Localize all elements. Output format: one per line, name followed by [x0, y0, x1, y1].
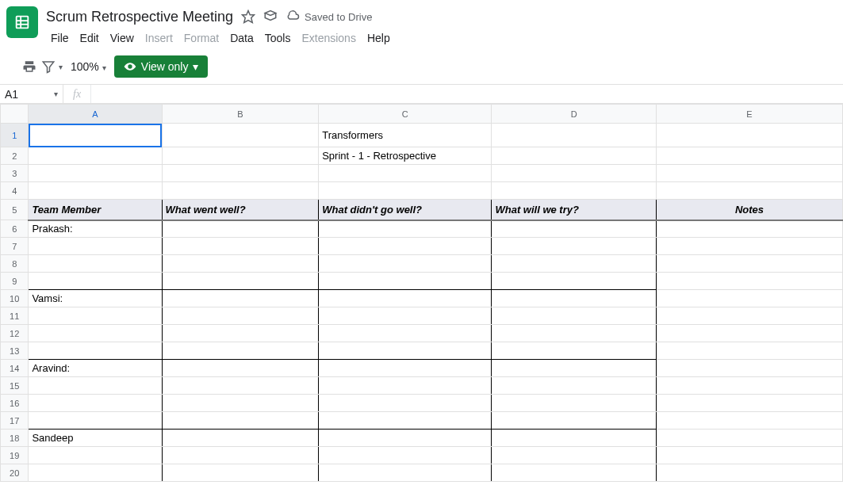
menu-help[interactable]: Help	[362, 29, 395, 48]
cell-D11[interactable]	[492, 307, 657, 325]
row-header-20[interactable]: 20	[1, 464, 29, 482]
cell-B3[interactable]	[162, 165, 319, 182]
cell-B7[interactable]	[162, 238, 319, 255]
cell-B5[interactable]: What went well?	[162, 200, 319, 220]
cell-C14[interactable]	[319, 360, 492, 377]
cell-D12[interactable]	[492, 325, 657, 342]
sheets-logo[interactable]	[6, 6, 38, 38]
cell-D14[interactable]	[492, 360, 657, 377]
cell-A9[interactable]	[29, 273, 162, 290]
cell-C6[interactable]	[319, 220, 492, 238]
print-icon[interactable]	[22, 59, 36, 74]
cell-E5[interactable]: Notes	[656, 200, 842, 220]
view-only-button[interactable]: View only ▾	[114, 55, 209, 78]
cell-B20[interactable]	[162, 464, 319, 482]
cell-B10[interactable]	[162, 290, 319, 307]
cell-A6[interactable]: Prakash:	[29, 220, 162, 238]
cell-E10[interactable]	[656, 290, 842, 307]
name-box[interactable]: A1 ▾	[0, 85, 63, 103]
cloud-status[interactable]: Saved to Drive	[285, 10, 372, 24]
cell-C5[interactable]: What didn't go well?	[319, 200, 492, 220]
cell-E12[interactable]	[656, 325, 842, 342]
cell-C4[interactable]	[319, 182, 492, 200]
row-header-7[interactable]: 7	[1, 238, 29, 255]
cell-E1[interactable]	[656, 124, 842, 147]
cell-C12[interactable]	[319, 325, 492, 342]
cell-C3[interactable]	[319, 165, 492, 182]
menu-tools[interactable]: Tools	[260, 29, 296, 48]
cell-B14[interactable]	[162, 360, 319, 377]
cell-A12[interactable]	[29, 325, 162, 342]
move-icon[interactable]	[263, 10, 278, 24]
menu-view[interactable]: View	[105, 29, 139, 48]
cell-D1[interactable]	[492, 124, 657, 147]
cell-C9[interactable]	[319, 273, 492, 290]
cell-D2[interactable]	[492, 147, 657, 165]
cell-D17[interactable]	[492, 412, 657, 430]
cell-A1[interactable]	[29, 124, 162, 147]
row-header-8[interactable]: 8	[1, 255, 29, 273]
cell-E19[interactable]	[656, 447, 842, 464]
cell-B15[interactable]	[162, 377, 319, 395]
row-header-4[interactable]: 4	[1, 182, 29, 200]
cell-A11[interactable]	[29, 307, 162, 325]
cell-D10[interactable]	[492, 290, 657, 307]
cell-D7[interactable]	[492, 238, 657, 255]
cell-B1[interactable]	[162, 124, 319, 147]
cell-E17[interactable]	[656, 412, 842, 430]
cell-B16[interactable]	[162, 395, 319, 412]
zoom-selector[interactable]: 100%▾	[71, 60, 106, 73]
cell-A18[interactable]: Sandeep	[29, 430, 162, 447]
star-icon[interactable]	[241, 10, 255, 24]
cell-C18[interactable]	[319, 430, 492, 447]
cell-E8[interactable]	[656, 255, 842, 273]
cell-A17[interactable]	[29, 412, 162, 430]
spreadsheet-grid[interactable]: ABCDE1Transformers2Sprint - 1 - Retrospe…	[0, 104, 843, 482]
cell-C20[interactable]	[319, 464, 492, 482]
cell-C11[interactable]	[319, 307, 492, 325]
cell-B9[interactable]	[162, 273, 319, 290]
cell-D9[interactable]	[492, 273, 657, 290]
menu-insert[interactable]: Insert	[140, 29, 178, 48]
cell-B19[interactable]	[162, 447, 319, 464]
cell-E2[interactable]	[656, 147, 842, 165]
cell-C1[interactable]: Transformers	[319, 124, 492, 147]
cell-D18[interactable]	[492, 430, 657, 447]
cell-A19[interactable]	[29, 447, 162, 464]
row-header-15[interactable]: 15	[1, 377, 29, 395]
col-header-C[interactable]: C	[319, 105, 492, 124]
filter-icon[interactable]: ▾	[41, 59, 63, 74]
cell-B8[interactable]	[162, 255, 319, 273]
col-header-D[interactable]: D	[492, 105, 657, 124]
row-header-6[interactable]: 6	[1, 220, 29, 238]
cell-C2[interactable]: Sprint - 1 - Retrospective	[319, 147, 492, 165]
cell-C17[interactable]	[319, 412, 492, 430]
cell-D8[interactable]	[492, 255, 657, 273]
cell-E16[interactable]	[656, 395, 842, 412]
select-all-corner[interactable]	[1, 105, 29, 124]
cell-C16[interactable]	[319, 395, 492, 412]
cell-A20[interactable]	[29, 464, 162, 482]
cell-C19[interactable]	[319, 447, 492, 464]
menu-format[interactable]: Format	[179, 29, 224, 48]
cell-A10[interactable]: Vamsi:	[29, 290, 162, 307]
row-header-17[interactable]: 17	[1, 412, 29, 430]
row-header-10[interactable]: 10	[1, 290, 29, 307]
cell-C7[interactable]	[319, 238, 492, 255]
row-header-9[interactable]: 9	[1, 273, 29, 290]
cell-E11[interactable]	[656, 307, 842, 325]
menu-edit[interactable]: Edit	[75, 29, 104, 48]
row-header-3[interactable]: 3	[1, 165, 29, 182]
cell-A8[interactable]	[29, 255, 162, 273]
cell-D20[interactable]	[492, 464, 657, 482]
col-header-E[interactable]: E	[656, 105, 842, 124]
cell-B2[interactable]	[162, 147, 319, 165]
cell-E20[interactable]	[656, 464, 842, 482]
cell-E9[interactable]	[656, 273, 842, 290]
cell-D3[interactable]	[492, 165, 657, 182]
cell-D16[interactable]	[492, 395, 657, 412]
cell-C8[interactable]	[319, 255, 492, 273]
cell-B12[interactable]	[162, 325, 319, 342]
cell-B6[interactable]	[162, 220, 319, 238]
row-header-19[interactable]: 19	[1, 447, 29, 464]
